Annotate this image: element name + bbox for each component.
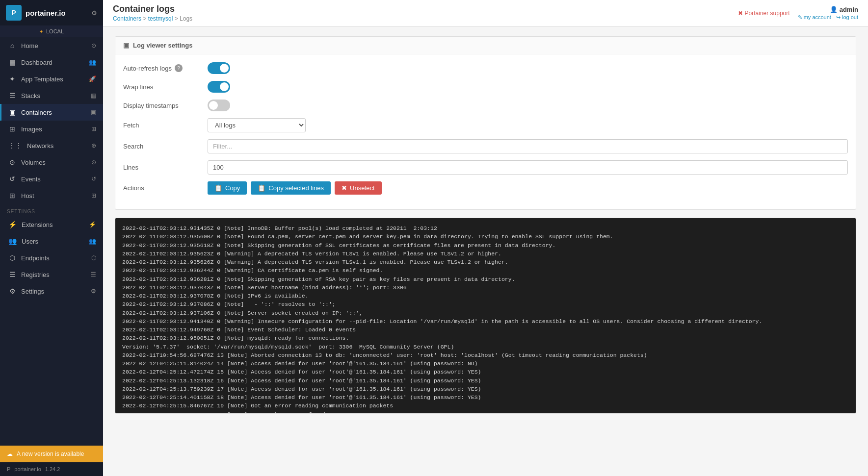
log-container[interactable]: 2022-02-11T02:03:12.931435Z 0 [Note] Inn… [115,218,856,414]
display-timestamps-row: Display timestamps [123,100,848,111]
settings-section-label: SETTINGS [0,204,103,216]
log-line: 2022-02-11T02:03:12.937106Z 0 [Note] Ser… [122,309,849,317]
registries-icon: ☰ [8,271,16,278]
my-account-label: my account [804,14,831,20]
sidebar-label-app-templates: App Templates [21,75,63,83]
display-timestamps-label-text: Display timestamps [123,102,179,109]
auto-refresh-label: Auto-refresh logs ? [123,64,202,72]
logout-icon: ↪ [836,14,841,20]
user-avatar-icon: 👤 [830,6,838,13]
sidebar-label-home: Home [21,42,38,50]
copy-selected-button[interactable]: 📋 Copy selected lines [251,181,331,195]
log-line: 2022-02-12T10:45:49.954416Z 20 [Note] Go… [122,410,849,414]
display-timestamps-toggle[interactable] [208,100,230,111]
support-icon: ✖ [738,10,743,17]
sidebar-label-registries: Registries [21,271,50,278]
settings-icon-right: ⚙ [91,288,96,295]
users-icon: 👥 [8,237,17,245]
my-account-link[interactable]: ✎ my account [798,14,831,21]
sidebar-item-stacks[interactable]: ☰ Stacks ▦ [0,87,103,104]
sidebar-item-events[interactable]: ↺ Events ↺ [0,171,103,187]
settings-icon: ⚙ [8,287,16,295]
auto-refresh-toggle[interactable] [208,62,230,74]
auto-refresh-label-text: Auto-refresh logs [123,65,172,72]
images-icon-right: ⊞ [91,125,96,132]
volumes-icon: ⊙ [8,158,16,166]
breadcrumb-testmysql[interactable]: testmysql [148,15,173,22]
portainer-version: 1.24.2 [45,466,60,472]
search-row: Search [123,139,848,153]
fetch-select[interactable]: All logs Last 100 lines Last 500 lines L… [208,118,306,132]
sidebar-item-images[interactable]: ⊞ Images ⊞ [0,121,103,137]
breadcrumb-containers[interactable]: Containers [113,15,141,22]
endpoints-icon-right: ⬡ [91,254,96,261]
sidebar-item-endpoints[interactable]: ⬡ Endpoints ⬡ [0,250,103,266]
my-account-icon: ✎ [798,14,802,20]
extensions-icon-right: ⚡ [89,221,96,228]
user-area: 👤 admin ✎ my account ↪ log out [798,6,858,21]
copy-button[interactable]: 📋 Copy [208,181,247,195]
sidebar-settings-icon[interactable]: ⚙ [91,9,97,17]
copy-icon: 📋 [214,184,222,192]
breadcrumb: Containers > testmysql > Logs [113,15,192,22]
topbar-right: ✖ Portainer support 👤 admin ✎ my account… [738,6,858,21]
log-line: 2022-02-11T02:03:12.950051Z 0 [Note] mys… [122,334,849,342]
actions-buttons: 📋 Copy 📋 Copy selected lines ✖ Unselect [208,181,382,195]
sidebar-label-containers: Containers [21,109,52,116]
copy-selected-icon: 📋 [258,184,265,192]
lines-row: Lines 100 [123,160,848,175]
unselect-button[interactable]: ✖ Unselect [335,181,382,195]
sidebar-item-home[interactable]: ⌂ Home ⊙ [0,37,103,54]
sidebar-item-networks[interactable]: ⋮⋮ Networks ⊕ [0,137,103,154]
sidebar-label-dashboard: Dashboard [21,59,53,66]
search-label: Search [123,143,202,150]
logo-icon: P [6,5,22,21]
home-icon-right: ⊙ [91,42,96,49]
users-icon-right: 👥 [89,238,96,245]
sidebar-item-app-templates[interactable]: ✦ App Templates 🚀 [0,71,103,87]
sidebar-label-networks: Networks [27,142,53,150]
fetch-label: Fetch [123,122,202,129]
log-line: 2022-02-11T02:03:12.935626Z 0 [Warning] … [122,258,849,266]
sidebar-item-settings[interactable]: ⚙ Settings ⚙ [0,283,103,300]
log-settings-panel: ▣ Log viewer settings Auto-refresh logs … [115,36,856,210]
breadcrumb-logs: Logs [180,15,192,22]
logout-link[interactable]: ↪ log out [836,14,858,21]
content: ▣ Log viewer settings Auto-refresh logs … [103,26,868,476]
sidebar: P portainer.io ⚙ ✦ LOCAL ⌂ Home ⊙ ▦ Dash… [0,0,103,476]
log-line: 2022-02-11T02:03:12.931435Z 0 [Note] Inn… [122,224,849,232]
display-timestamps-label: Display timestamps [123,102,202,109]
sidebar-item-host[interactable]: ⊞ Host ⊞ [0,187,103,204]
update-label: A new version is available [17,451,84,457]
log-line: 2022-02-11T02:03:12.935600Z 0 [Note] Fou… [122,232,849,241]
fetch-row: Fetch All logs Last 100 lines Last 500 l… [123,118,848,132]
sidebar-item-extensions[interactable]: ⚡ Extensions ⚡ [0,216,103,233]
wrap-lines-row: Wrap lines [123,81,848,93]
log-line: 2022-02-11T02:03:12.949760Z 0 [Note] Eve… [122,326,849,334]
sidebar-item-users[interactable]: 👥 Users 👥 [0,233,103,250]
auto-refresh-help-icon[interactable]: ? [175,64,183,72]
stacks-icon-right: ▦ [91,92,96,99]
dashboard-icon: ▦ [8,58,16,66]
unselect-icon: ✖ [342,184,347,192]
app-templates-icon: ✦ [8,75,16,83]
update-icon: ☁ [7,451,13,457]
sidebar-item-registries[interactable]: ☰ Registries ☰ [0,266,103,283]
auto-refresh-row: Auto-refresh logs ? [123,62,848,74]
sidebar-item-dashboard[interactable]: ▦ Dashboard 👥 [0,54,103,71]
panel-header: ▣ Log viewer settings [115,37,856,54]
sidebar-item-volumes[interactable]: ⊙ Volumes ⊙ [0,154,103,171]
sidebar-item-containers[interactable]: ▣ Containers ▣ [0,104,103,121]
unselect-label: Unselect [350,184,375,192]
log-line: 2022-02-11T02:03:12.937086Z 0 [Note] - '… [122,300,849,308]
sidebar-label-endpoints: Endpoints [21,254,50,262]
search-input[interactable] [208,139,848,153]
support-link[interactable]: ✖ Portainer support [738,10,790,17]
wrap-lines-toggle[interactable] [208,81,230,93]
volumes-icon-right: ⊙ [91,159,96,166]
log-line: 2022-02-11T02:03:12.935618Z 0 [Note] Ski… [122,241,849,250]
lines-input[interactable]: 100 [208,160,848,175]
log-line: Version: '5.7.37' socket: '/var/run/mysq… [122,343,849,351]
update-notice[interactable]: ☁ A new version is available [0,446,103,462]
sidebar-label-settings: Settings [21,288,44,295]
